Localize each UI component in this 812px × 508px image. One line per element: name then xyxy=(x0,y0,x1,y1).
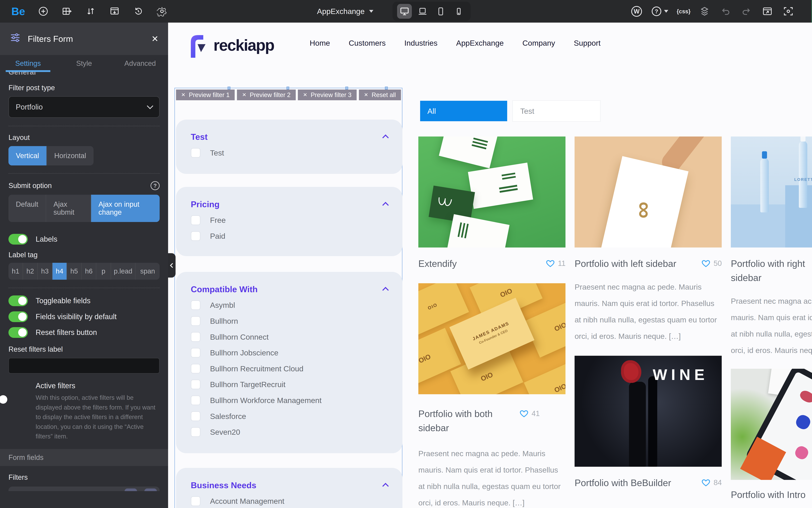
frontend-view-icon[interactable] xyxy=(782,6,794,17)
label-tag-h4[interactable]: h4 xyxy=(52,263,67,280)
device-laptop-icon[interactable] xyxy=(415,4,430,19)
chevron-up-icon[interactable] xyxy=(382,287,389,293)
portfolio-image-left-sidebar[interactable]: ∞ xyxy=(575,136,722,248)
card-title[interactable]: Portfolio with left sidebar xyxy=(575,257,697,271)
checkbox[interactable] xyxy=(191,300,200,310)
checkbox[interactable] xyxy=(191,332,200,342)
card-title[interactable]: Portfolio with right sidebar xyxy=(731,257,812,285)
label-tag-h1[interactable]: h1 xyxy=(8,263,23,280)
labels-toggle[interactable] xyxy=(8,234,28,245)
likes-button[interactable]: 41 xyxy=(519,409,540,418)
device-mobile-icon[interactable] xyxy=(451,4,466,19)
label-tag-h5[interactable]: h5 xyxy=(67,263,82,280)
selection-handle[interactable] xyxy=(228,87,230,89)
tab-settings[interactable]: Settings xyxy=(0,55,56,72)
layout-option-horizontal[interactable]: Horizontal xyxy=(47,146,94,165)
nav-support[interactable]: Support xyxy=(574,39,601,47)
label-tag-p[interactable]: p xyxy=(96,263,111,280)
chip-preview-filter-3[interactable]: ✕Preview filter 3 xyxy=(298,90,356,100)
layers-icon[interactable] xyxy=(699,6,710,17)
card-title[interactable]: Extendify xyxy=(418,257,541,271)
delete-button[interactable] xyxy=(144,489,157,491)
page-selector[interactable]: AppExchange xyxy=(317,7,373,16)
submit-option-ajax-submit[interactable]: Ajax submit xyxy=(46,195,91,222)
add-element-icon[interactable] xyxy=(38,6,49,17)
checkbox[interactable] xyxy=(191,348,200,357)
checkbox[interactable] xyxy=(191,231,200,241)
selection-handle[interactable] xyxy=(385,87,388,89)
filters-header: Filters xyxy=(8,473,160,481)
preview-window-icon[interactable] xyxy=(762,6,773,17)
redo-icon[interactable] xyxy=(741,6,752,17)
chevron-up-icon[interactable] xyxy=(382,202,389,208)
selection-handle[interactable] xyxy=(286,87,289,89)
chip-preview-filter-1[interactable]: ✕Preview filter 1 xyxy=(176,90,235,100)
add-section-icon[interactable] xyxy=(61,6,73,17)
nav-company[interactable]: Company xyxy=(522,39,555,47)
nav-customers[interactable]: Customers xyxy=(349,39,386,47)
toggleable-fields-toggle[interactable] xyxy=(8,295,28,306)
filter-item-test[interactable]: Test xyxy=(8,486,160,491)
checkbox-label: Free xyxy=(210,216,226,224)
label-tag-h3[interactable]: h3 xyxy=(38,263,52,280)
tab-style[interactable]: Style xyxy=(56,55,112,72)
submit-option-ajax-input[interactable]: Ajax on input change xyxy=(91,195,160,222)
checkbox[interactable] xyxy=(191,148,200,158)
likes-button[interactable]: 11 xyxy=(545,259,566,268)
checkbox[interactable] xyxy=(191,411,200,421)
nav-home[interactable]: Home xyxy=(310,39,330,47)
reset-filters-label-input[interactable] xyxy=(8,358,160,374)
likes-button[interactable]: 84 xyxy=(701,478,722,487)
checkbox[interactable] xyxy=(191,215,200,225)
card-title[interactable]: Portfolio with Intro xyxy=(731,488,812,502)
template-library-icon[interactable] xyxy=(109,6,120,17)
help-icon[interactable]: ? xyxy=(150,181,160,190)
drag-handle[interactable] xyxy=(125,489,137,491)
nav-appexchange[interactable]: AppExchange xyxy=(456,39,504,47)
chevron-up-icon[interactable] xyxy=(382,134,389,141)
custom-css-icon[interactable]: {css} xyxy=(678,6,689,17)
device-desktop-icon[interactable] xyxy=(397,4,412,19)
submit-option-default[interactable]: Default xyxy=(8,195,46,222)
label-tag-plead[interactable]: p.lead xyxy=(111,263,136,280)
wordpress-icon[interactable]: W xyxy=(631,6,642,17)
likes-button[interactable]: 50 xyxy=(701,259,722,268)
nav-industries[interactable]: Industries xyxy=(404,39,437,47)
reorder-icon[interactable] xyxy=(85,6,96,17)
tab-test[interactable]: Test xyxy=(513,101,600,121)
panel-collapse-handle[interactable] xyxy=(168,253,176,278)
checkbox[interactable] xyxy=(191,496,200,506)
help-menu[interactable]: ? xyxy=(652,6,668,16)
device-tablet-icon[interactable] xyxy=(433,4,448,19)
portfolio-image-both-sidebar[interactable]: OIO OIO OIO OIO OIO OIO JAMES ADAMS Co-F… xyxy=(418,283,566,394)
chevron-up-icon[interactable] xyxy=(382,483,389,489)
tab-all[interactable]: All xyxy=(420,101,507,121)
checkbox[interactable] xyxy=(191,364,200,374)
builder-settings-icon[interactable] xyxy=(156,6,168,17)
chip-preview-filter-2[interactable]: ✕Preview filter 2 xyxy=(237,90,296,100)
chip-reset-all[interactable]: ✕Reset all xyxy=(359,90,401,100)
fields-visibility-toggle[interactable] xyxy=(8,311,28,322)
checkbox[interactable] xyxy=(191,380,200,389)
selection-handle[interactable] xyxy=(345,87,348,89)
card-title[interactable]: Portfolio with BeBuilder xyxy=(575,476,697,490)
tab-advanced[interactable]: Advanced xyxy=(112,55,168,72)
label-tag-h2[interactable]: h2 xyxy=(23,263,38,280)
label-tag-h6[interactable]: h6 xyxy=(82,263,96,280)
undo-icon[interactable] xyxy=(720,6,731,17)
portfolio-image-intro[interactable] xyxy=(731,369,812,480)
portfolio-image-right-sidebar[interactable]: LORETT xyxy=(731,136,812,248)
layout-option-vertical[interactable]: Vertical xyxy=(8,146,47,165)
reset-filters-button-toggle[interactable] xyxy=(8,327,28,338)
checkbox[interactable] xyxy=(191,395,200,405)
site-logo[interactable]: reckiapp xyxy=(189,33,274,58)
card-title[interactable]: Portfolio with both sidebar xyxy=(418,407,515,435)
checkbox[interactable] xyxy=(191,316,200,326)
label-tag-span[interactable]: span xyxy=(136,263,160,280)
close-icon[interactable]: ✕ xyxy=(151,34,158,44)
portfolio-image-extendify[interactable] xyxy=(418,136,566,248)
filter-post-type-select[interactable]: Portfolio xyxy=(8,96,160,118)
checkbox[interactable] xyxy=(191,427,200,437)
portfolio-image-bebuilder[interactable]: WINE xyxy=(575,356,722,467)
revisions-icon[interactable] xyxy=(133,6,144,17)
